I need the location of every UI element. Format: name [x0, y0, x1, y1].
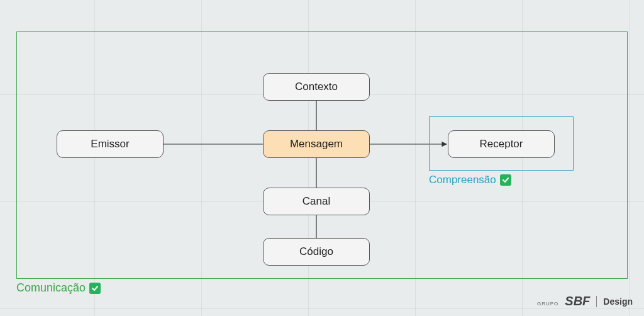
label-compreensao: Compreensão: [429, 174, 511, 186]
footer-divider: [596, 296, 597, 307]
node-canal: Canal: [263, 188, 370, 215]
node-receptor: Receptor: [448, 130, 555, 158]
node-label: Emissor: [91, 138, 129, 150]
node-label: Receptor: [480, 138, 523, 150]
label-comunicacao: Comunicação: [16, 281, 101, 295]
node-label: Canal: [303, 195, 330, 208]
footer-design: Design: [603, 296, 633, 307]
check-icon: [500, 174, 511, 186]
label-comunicacao-text: Comunicação: [16, 281, 86, 295]
footer-grupo: GRUPO: [537, 301, 558, 307]
label-compreensao-text: Compreensão: [429, 174, 496, 186]
node-codigo: Código: [263, 238, 370, 266]
node-emissor: Emissor: [57, 130, 164, 158]
node-label: Mensagem: [290, 138, 343, 150]
node-mensagem: Mensagem: [263, 130, 370, 158]
footer-sbf: SBF: [565, 294, 590, 308]
node-label: Contexto: [295, 81, 338, 93]
node-label: Código: [299, 245, 333, 258]
node-contexto: Contexto: [263, 73, 370, 101]
footer-brand: GRUPO SBF Design: [537, 294, 633, 308]
check-icon: [89, 283, 101, 294]
